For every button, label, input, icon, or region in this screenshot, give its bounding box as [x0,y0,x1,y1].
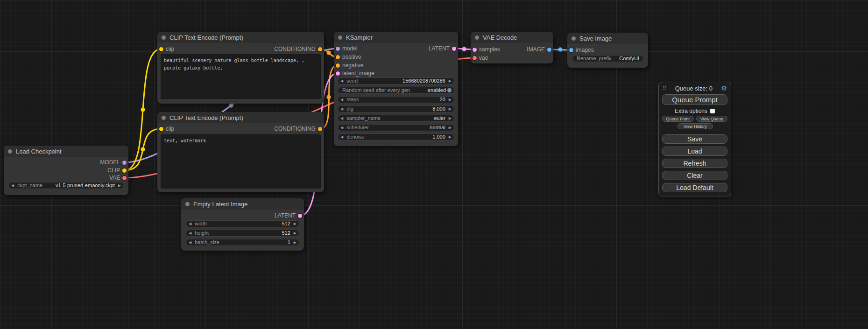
decrement-arrow-icon[interactable]: ◀ [189,241,191,245]
view-history-button[interactable]: View History [677,123,713,129]
output-slot-model[interactable]: MODEL [100,159,127,166]
queue-front-button[interactable]: Queue Front [662,116,694,122]
output-slot-latent[interactable]: LATENT [275,212,302,219]
widget-scheduler[interactable]: ◀ scheduler normal ▶ [338,124,454,131]
output-dot-latent[interactable] [298,214,302,218]
load-default-button[interactable]: Load Default [662,183,727,192]
extra-options-checkbox[interactable] [710,109,715,113]
collapse-dot-icon[interactable] [475,35,479,40]
node-title-bar[interactable]: VAE Decode [471,32,553,43]
input-dot-model[interactable] [336,47,340,51]
wire-midpoint-dot-clip-positive[interactable] [141,108,145,112]
input-dot-latent-image[interactable] [336,71,340,76]
widget-width[interactable]: ◀ width 512 ▶ [186,220,299,227]
collapse-dot-icon[interactable] [338,35,342,40]
node-save-image[interactable]: Save Image images filename_prefix ComfyU… [567,33,648,68]
output-dot-conditioning[interactable] [318,47,322,51]
input-slot-positive[interactable]: positive [336,53,361,61]
clear-button[interactable]: Clear [662,171,727,180]
node-graph-canvas[interactable]: Load Checkpoint MODEL CLIP VAE ◀ ckpt_na… [0,0,868,329]
wire-midpoint-dot-latent-output[interactable] [462,47,466,51]
increment-arrow-icon[interactable]: ▶ [294,222,296,226]
wire-midpoint-dot-conditioning-negative[interactable] [327,95,331,99]
input-slot-samples[interactable]: samples [473,46,500,53]
input-slot-negative[interactable]: negative [336,62,363,69]
node-clip-text-encode-negative[interactable]: CLIP Text Encode (Prompt) clip CONDITION… [157,112,324,192]
input-slot-clip[interactable]: clip [159,125,174,133]
drag-handle-icon[interactable]: ⠿ [663,85,666,91]
widget-cfg[interactable]: ◀ cfg 8.000 ▶ [338,105,454,112]
wire-midpoint-dot-model[interactable] [229,104,233,108]
input-dot-negative[interactable] [336,63,340,68]
decrement-arrow-icon[interactable]: ◀ [189,222,191,226]
increment-arrow-icon[interactable]: ▶ [449,117,452,120]
input-dot-clip[interactable] [159,127,163,131]
output-slot-vae[interactable]: VAE [109,174,127,182]
increment-arrow-icon[interactable]: ▶ [294,231,296,235]
input-dot-clip[interactable] [159,47,163,51]
output-slot-clip[interactable]: CLIP [107,167,127,174]
widget-height[interactable]: ◀ height 512 ▶ [186,230,299,237]
input-slot-clip[interactable]: clip [159,45,174,53]
input-slot-vae[interactable]: vae [473,54,488,62]
wire-midpoint-dot-conditioning-positive[interactable] [327,51,331,55]
load-button[interactable]: Load [662,147,727,156]
output-slot-latent[interactable]: LATENT [429,45,456,52]
output-dot-image[interactable] [547,48,551,52]
node-ksampler[interactable]: KSampler model positive negative latent_… [334,32,458,146]
toggle-knob-icon[interactable] [447,88,452,92]
node-title-bar[interactable]: CLIP Text Encode (Prompt) [157,32,324,43]
widget-denoise[interactable]: ◀ denoise 1.000 ▶ [338,133,454,140]
input-dot-vae[interactable] [473,56,477,60]
node-clip-text-encode-positive[interactable]: CLIP Text Encode (Prompt) clip CONDITION… [157,32,324,104]
input-dot-samples[interactable] [473,48,477,52]
widget-steps[interactable]: ◀ steps 20 ▶ [338,96,454,103]
node-title-bar[interactable]: Empty Latent Image [181,198,304,210]
node-title-bar[interactable]: KSampler [334,32,458,43]
settings-gear-icon[interactable]: ⚙ [721,84,727,92]
input-dot-images[interactable] [569,48,573,52]
queue-prompt-button[interactable]: Queue Prompt [662,94,727,105]
input-slot-model[interactable]: model [336,45,358,52]
output-dot-latent[interactable] [452,47,456,51]
output-slot-conditioning[interactable]: CONDITIONING [274,45,322,53]
collapse-dot-icon[interactable] [185,202,190,206]
save-button[interactable]: Save [662,134,727,144]
prompt-textarea[interactable]: beautiful scenery nature glass bottle la… [161,54,321,99]
increment-arrow-icon[interactable]: ▶ [449,126,452,130]
output-dot-vae[interactable] [122,176,127,180]
input-slot-latent-image[interactable]: latent_image [336,70,374,77]
decrement-arrow-icon[interactable]: ◀ [340,107,343,111]
decrement-arrow-icon[interactable]: ◀ [340,135,343,139]
queue-panel-header[interactable]: ⠿ Queue size: 0 ⚙ [663,84,727,92]
node-title-bar[interactable]: Load Checkpoint [4,146,128,157]
collapse-dot-icon[interactable] [8,149,12,154]
view-queue-button[interactable]: View Queue [696,116,728,122]
decrement-arrow-icon[interactable]: ◀ [340,117,343,120]
widget-ckpt-name[interactable]: ◀ ckpt_name v1-5-pruned-emaonly.ckpt ▶ [8,182,124,189]
node-vae-decode[interactable]: VAE Decode samples vae IMAGE [471,32,553,63]
decrement-arrow-icon[interactable]: ◀ [340,79,343,83]
increment-arrow-icon[interactable]: ▶ [449,107,452,111]
output-slot-conditioning[interactable]: CONDITIONING [274,125,322,133]
node-empty-latent-image[interactable]: Empty Latent Image LATENT ◀ width 512 ▶ … [181,198,304,251]
collapse-dot-icon[interactable] [162,35,166,40]
decrement-arrow-icon[interactable]: ◀ [189,231,191,235]
increment-arrow-icon[interactable]: ▶ [118,184,121,188]
node-load-checkpoint[interactable]: Load Checkpoint MODEL CLIP VAE ◀ ckpt_na… [4,146,128,195]
widget-batch-size[interactable]: ◀ batch_size 1 ▶ [186,239,299,246]
collapse-dot-icon[interactable] [162,116,166,120]
decrement-arrow-icon[interactable]: ◀ [340,126,343,130]
output-dot-model[interactable] [122,161,127,165]
collapse-dot-icon[interactable] [572,36,576,41]
prompt-textarea[interactable]: text, watermark [161,134,321,189]
widget-random-seed-toggle[interactable]: Random seed after every gen enabled [338,87,454,94]
decrement-arrow-icon[interactable]: ◀ [340,98,343,102]
input-dot-positive[interactable] [336,55,340,59]
output-dot-conditioning[interactable] [318,127,322,131]
input-slot-images[interactable]: images [569,46,594,54]
node-title-bar[interactable]: Save Image [567,33,648,44]
widget-filename-prefix[interactable]: filename_prefix ComfyUI [572,55,643,62]
wire-midpoint-dot-image[interactable] [558,48,563,52]
output-dot-clip[interactable] [122,168,127,173]
